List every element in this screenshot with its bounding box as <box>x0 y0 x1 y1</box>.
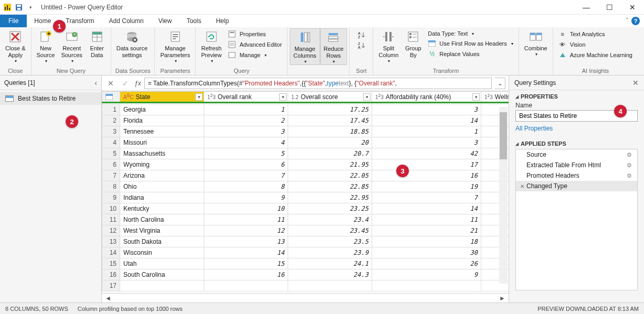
menu-help[interactable]: Help <box>208 15 236 27</box>
table-row[interactable]: 7Arizona722.0516 <box>102 170 509 181</box>
table-row[interactable]: 17 <box>102 280 509 291</box>
corner-cell[interactable] <box>102 92 120 103</box>
callout-2: 2 <box>66 115 78 128</box>
column-header-overall-score[interactable]: 1.2Overall score▾ <box>288 92 372 103</box>
table-row[interactable]: 11North Carolina1123.411 <box>102 214 509 225</box>
menu-tools[interactable]: Tools <box>179 15 208 27</box>
close-button[interactable]: ✕ <box>621 0 644 15</box>
properties-section-title[interactable]: PROPERTIES <box>515 93 638 100</box>
table-row[interactable]: 9Indiana922.957 <box>102 192 509 203</box>
data-type-button[interactable]: Data Type: Text▾ <box>425 29 516 38</box>
table-row[interactable]: 4Missouri4203 <box>102 137 509 148</box>
filter-icon[interactable]: ▾ <box>195 93 203 101</box>
formula-bar: ✕ ✓ ƒx = Table.TransformColumnTypes(#"Pr… <box>102 75 509 91</box>
ribbon-group-sort: Sort <box>352 67 371 75</box>
table-row[interactable]: 3Tennessee318.851 <box>102 126 509 137</box>
svg-text:★: ★ <box>47 31 51 36</box>
text-analytics-button[interactable]: ≡Text Analytics <box>555 29 608 39</box>
column-header-state[interactable]: ABCState▾ <box>120 92 204 103</box>
svg-rect-1 <box>5 7 6 10</box>
table-row[interactable]: 13South Dakota1323.518 <box>102 236 509 247</box>
applied-step[interactable]: Promoted Headers⚙ <box>516 170 637 181</box>
new-source-button[interactable]: ★New Source▾ <box>34 28 58 64</box>
enter-data-button[interactable]: Enter Data <box>86 28 109 59</box>
help-icon[interactable]: ? <box>631 17 640 25</box>
first-row-headers-button[interactable]: Use First Row as Headers▾ <box>425 39 516 48</box>
formula-dropdown-icon[interactable]: ⌄ <box>495 78 505 89</box>
window-title: Untitled - Power Query Editor <box>41 4 123 11</box>
formula-input[interactable]: = Table.TransformColumnTypes(#"Promoted … <box>144 78 492 89</box>
minimize-button[interactable]: ― <box>575 0 598 15</box>
query-item[interactable]: Best States to Retire <box>0 92 101 105</box>
table-row[interactable]: 2Florida217.4514 <box>102 115 509 126</box>
svg-rect-38 <box>329 33 338 35</box>
svg-rect-31 <box>229 41 235 48</box>
reduce-rows-button[interactable]: Reduce Rows▾ <box>320 28 347 65</box>
formula-cancel-icon[interactable]: ✕ <box>105 78 117 89</box>
settings-close-icon[interactable]: ✕ <box>632 79 639 87</box>
menu-file[interactable]: File <box>0 15 27 27</box>
manage-columns-button[interactable]: Manage Columns▾ <box>290 28 320 65</box>
advanced-editor-button[interactable]: Advanced Editor <box>225 40 285 49</box>
applied-steps-title[interactable]: APPLIED STEPS <box>515 140 638 147</box>
vertical-scrollbar[interactable] <box>499 107 508 284</box>
table-icon <box>5 95 14 102</box>
table-row[interactable]: 6Wyoming621.9517 <box>102 159 509 170</box>
group-by-button[interactable]: Group By <box>402 28 425 59</box>
data-grid[interactable]: ABCState▾ 123Overall rank▾ 1.2Overall sc… <box>102 91 509 291</box>
table-row[interactable]: 5Massachusetts520.742 <box>102 148 509 159</box>
recent-sources-button[interactable]: Recent Sources▾ <box>58 28 85 64</box>
maximize-button[interactable]: ☐ <box>598 0 621 15</box>
data-source-settings-button[interactable]: Data source settings <box>113 28 151 59</box>
table-row[interactable]: 1Georgia117.253 <box>102 104 509 115</box>
callout-1: 1 <box>53 20 66 33</box>
ribbon-collapse-icon[interactable]: ˆ <box>626 17 628 25</box>
menu-view[interactable]: View <box>151 15 180 27</box>
horizontal-scrollbar[interactable]: ◄► <box>102 293 509 302</box>
queries-collapse-icon[interactable]: ‹ <box>94 79 97 87</box>
combine-button[interactable]: Combine▾ <box>521 28 551 57</box>
ribbon-group-transform: Transform <box>375 67 516 75</box>
sort-desc-button[interactable]: ZA <box>354 41 368 50</box>
replace-values-button[interactable]: ½Replace Values <box>425 49 516 59</box>
filter-icon[interactable]: ▾ <box>472 93 480 101</box>
applied-step[interactable]: Source⚙ <box>516 149 637 160</box>
applied-step[interactable]: Extracted Table From Html⚙ <box>516 160 637 170</box>
all-properties-link[interactable]: All Properties <box>515 125 553 132</box>
query-item-label: Best States to Retire <box>18 95 76 102</box>
svg-rect-57 <box>536 33 542 35</box>
split-column-button[interactable]: Split Column▾ <box>375 28 402 64</box>
svg-rect-46 <box>389 32 392 41</box>
column-header-overall-rank[interactable]: 123Overall rank▾ <box>204 92 288 103</box>
azure-ml-button[interactable]: Azure Machine Learning <box>555 50 636 60</box>
column-header-affordability[interactable]: 123Affordability rank (40%)▾ <box>372 92 481 103</box>
column-header-wellness[interactable]: 123Wellness <box>481 92 509 103</box>
table-row[interactable]: 14Wisconsin1423.930 <box>102 247 509 258</box>
ribbon-group-data-sources: Data Sources <box>113 67 153 75</box>
vision-button[interactable]: 👁Vision <box>555 40 589 49</box>
manage-button[interactable]: Manage▾ <box>225 50 285 60</box>
svg-rect-34 <box>229 52 235 58</box>
sort-asc-button[interactable]: AZ <box>354 30 368 40</box>
table-row[interactable]: 12West Virginia1223.4521 <box>102 225 509 236</box>
svg-rect-59 <box>105 94 113 96</box>
svg-text:Z: Z <box>358 42 361 46</box>
filter-icon[interactable]: ▾ <box>279 93 287 101</box>
qat-dropdown-icon[interactable]: ▾ <box>25 2 36 13</box>
applied-step[interactable]: Changed Type <box>516 181 637 191</box>
table-row[interactable]: 16South Carolina1624.39 <box>102 269 509 280</box>
table-row[interactable]: 15Utah1524.126 <box>102 258 509 269</box>
fx-icon[interactable]: ƒx <box>134 80 141 87</box>
svg-rect-6 <box>17 8 20 10</box>
table-row[interactable]: 8Ohio822.8519 <box>102 181 509 192</box>
table-row[interactable]: 10Kentucky1023.2514 <box>102 203 509 214</box>
manage-parameters-button[interactable]: Manage Parameters▾ <box>157 28 193 64</box>
save-icon[interactable] <box>14 2 24 13</box>
menu-add-column[interactable]: Add Column <box>102 15 151 27</box>
properties-button[interactable]: Properties <box>225 29 285 39</box>
close-apply-button[interactable]: Close & Apply▾ <box>2 28 29 64</box>
filter-icon[interactable]: ▾ <box>363 93 371 101</box>
formula-accept-icon[interactable]: ✓ <box>120 78 131 89</box>
svg-rect-3 <box>9 8 10 10</box>
refresh-preview-button[interactable]: Refresh Preview▾ <box>198 28 225 64</box>
